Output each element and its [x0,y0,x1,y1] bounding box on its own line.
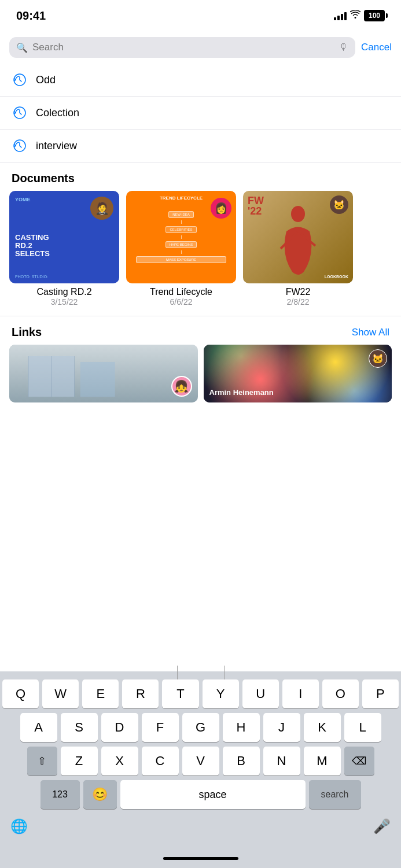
search-input-wrapper[interactable]: 🔍 🎙 [9,37,355,58]
key-r[interactable]: R [122,679,159,708]
key-y[interactable]: Y [203,679,239,708]
key-n[interactable]: N [263,747,300,775]
key-w[interactable]: W [42,679,79,708]
links-title: Links [12,326,42,339]
keyboard-row-1: Q W E R T Y U I O P [2,679,399,708]
links-section-header: Links Show All [0,316,401,345]
recent-search-text-2: Colection [36,107,79,119]
key-z[interactable]: Z [61,747,98,775]
doc-date-fw22: 2/8/22 [287,297,310,306]
doc-thumb-casting: YOME 🤵 CASTINGRD.2SELECTS PHOTO: STUDIO: [9,191,119,283]
key-f[interactable]: F [142,713,179,742]
svg-point-0 [291,206,305,222]
key-l[interactable]: L [344,713,381,742]
key-b[interactable]: B [223,747,260,775]
key-u[interactable]: U [242,679,279,708]
recent-search-odd[interactable]: Odd [0,64,401,97]
recent-search-text-3: interview [36,140,77,152]
shift-key[interactable]: ⇧ [27,747,57,775]
links-grid: 👧 Armin Heinemann 🐱 [0,345,401,402]
key-q[interactable]: Q [2,679,39,708]
building-background [9,345,198,402]
svg-rect-4 [80,362,115,397]
keyboard-row-4: 123 😊 space search [2,780,399,809]
emoji-key[interactable]: 😊 [83,780,117,809]
search-icon: 🔍 [16,42,28,53]
status-time: 09:41 [16,9,46,23]
link-card-2-label: Armin Heinemann [209,388,274,397]
key-m[interactable]: M [304,747,341,775]
key-j[interactable]: J [263,713,300,742]
key-i[interactable]: I [282,679,319,708]
documents-section-header: Documents [0,162,401,191]
key-h[interactable]: H [223,713,260,742]
recent-search-text: Odd [36,74,56,86]
numbers-key[interactable]: 123 [41,780,80,809]
key-d[interactable]: D [101,713,138,742]
status-icons: 100 [334,10,385,21]
key-x[interactable]: X [101,747,138,775]
link-card-2[interactable]: Armin Heinemann 🐱 [204,345,392,402]
doc-name-fw22: FW22 [286,287,311,297]
documents-grid: YOME 🤵 CASTINGRD.2SELECTS PHOTO: STUDIO:… [0,191,401,316]
battery-icon: 100 [364,10,385,21]
link-card-1[interactable]: 👧 [9,345,198,402]
key-s[interactable]: S [61,713,98,742]
doc-name-casting: Casting RD.2 [36,287,91,297]
home-bar [163,857,238,860]
keyboard[interactable]: Q W E R T Y U I O P A S D F G H J K L ⇧ … [0,671,401,868]
keyboard-bottom-row: 🌐 🎤 [0,811,401,848]
recent-history-icon [12,72,28,88]
doc-item-casting[interactable]: YOME 🤵 CASTINGRD.2SELECTS PHOTO: STUDIO:… [9,191,119,306]
space-key[interactable]: space [120,780,306,809]
status-bar: 09:41 100 [0,0,401,31]
mic-icon[interactable]: 🎙 [339,42,348,53]
doc-thumb-fw22: FW'22 🐱 LOOKBOOK [243,191,353,283]
show-all-button[interactable]: Show All [352,327,389,338]
delete-key[interactable]: ⌫ [344,747,374,775]
doc-item-fw22[interactable]: FW'22 🐱 LOOKBOOK FW22 2/8/22 [243,191,353,306]
signal-bars-icon [334,11,347,20]
keyboard-row-2: A S D F G H J K L [2,713,399,742]
key-g[interactable]: G [182,713,219,742]
doc-date-casting: 3/15/22 [51,297,78,306]
recent-history-icon-3 [12,138,28,154]
cancel-button[interactable]: Cancel [361,42,392,53]
search-bar[interactable]: 🔍 🎙 Cancel [0,31,401,64]
key-p[interactable]: P [362,679,399,708]
key-k[interactable]: K [304,713,341,742]
doc-item-trend[interactable]: TREND LIFECYCLE 👩 NEW IDEA CELEBRITIES H… [126,191,236,306]
key-e[interactable]: E [82,679,119,708]
keyboard-rows: Q W E R T Y U I O P A S D F G H J K L ⇧ … [0,675,401,811]
doc-name-trend: Trend Lifecycle [150,287,212,297]
home-indicator [0,848,401,868]
recent-search-interview[interactable]: interview [0,130,401,162]
key-c[interactable]: C [142,747,179,775]
key-a[interactable]: A [20,713,57,742]
search-input[interactable] [32,42,334,53]
doc-date-trend: 6/6/22 [170,297,193,306]
link-card-2-avatar: 🐱 [369,349,387,368]
wifi-icon [350,10,360,21]
key-o[interactable]: O [322,679,359,708]
recent-history-icon-2 [12,105,28,121]
key-t[interactable]: T [162,679,198,708]
search-key[interactable]: search [309,780,361,809]
key-v[interactable]: V [182,747,219,775]
keyboard-mic-key[interactable]: 🎤 [369,814,395,839]
recent-search-colection[interactable]: Colection [0,97,401,130]
doc-thumb-trend: TREND LIFECYCLE 👩 NEW IDEA CELEBRITIES H… [126,191,236,283]
link-card-1-avatar: 👧 [171,376,192,397]
globe-key[interactable]: 🌐 [6,814,32,839]
keyboard-row-3: ⇧ Z X C V B N M ⌫ [2,747,399,775]
